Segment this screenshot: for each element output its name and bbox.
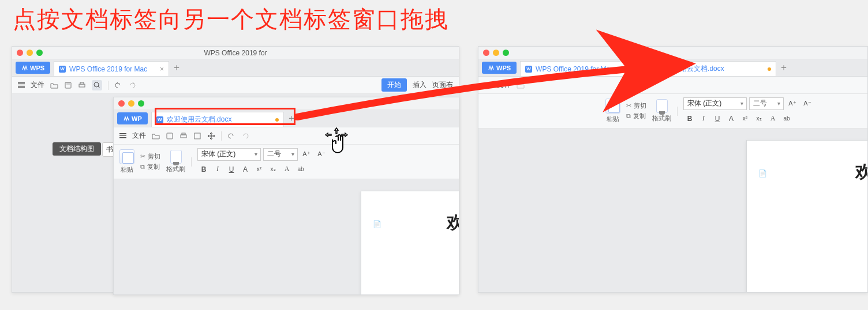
tab-document-drag[interactable]: W 欢迎使用云文档.docx [151,112,284,127]
dirty-indicator-icon [275,118,279,122]
cut-button[interactable]: 剪切 [140,152,160,161]
titlebar[interactable] [114,97,459,110]
format-brush-group[interactable]: 格式刷 [652,99,671,123]
wps-home-button[interactable]: WPS [16,62,50,74]
redo-icon[interactable] [128,81,136,89]
close-tab-icon[interactable]: × [160,65,164,73]
italic-button[interactable] [211,163,224,176]
font-dialog-button[interactable] [280,163,293,176]
titlebar[interactable] [478,47,867,59]
doc-icon: W [59,66,66,73]
preview-icon[interactable] [193,132,201,140]
document-area: 欢迎使 [114,179,459,294]
ribbon-tab-insert[interactable]: 插入 [413,80,426,90]
bold-button[interactable] [683,112,696,125]
tab-document-1[interactable]: W WPS Office 2019 for Mac × [54,61,169,76]
instruction-headline: 点按文档标签向另一个文档标签窗口拖拽 [13,3,449,35]
font-family-select[interactable]: 宋体 (正文) [683,97,747,110]
copy-button[interactable]: 复制 [626,112,646,120]
menu-file[interactable]: 文件 [31,80,44,90]
wps-label: WP [132,115,142,122]
superscript-button[interactable] [253,163,265,176]
underline-button[interactable] [711,112,724,125]
increase-font-icon[interactable] [786,97,799,110]
subscript-button[interactable] [753,112,765,125]
titlebar[interactable]: WPS Office 2019 for [12,47,459,59]
outline-pill[interactable]: 文档结构图 [53,142,101,156]
menu-icon[interactable] [484,82,491,88]
font-size-select[interactable]: 二号 [749,97,784,110]
brush-icon [656,99,668,113]
paste-icon [605,99,620,114]
strike-button[interactable] [239,163,252,176]
increase-font-icon[interactable] [300,148,313,161]
paste-label: 粘贴 [121,165,133,174]
fullscreen-icon [36,50,43,56]
open-icon[interactable] [517,81,525,89]
undo-icon[interactable] [227,132,235,140]
minimize-icon [128,100,134,107]
undo-icon[interactable] [114,81,122,89]
format-brush-group[interactable]: 格式刷 [166,150,185,173]
close-icon [17,50,23,56]
redo-icon[interactable] [241,132,249,140]
tab-bar: WPS W WPS Office 2019 for Mac × ＋ [12,59,459,77]
tab-bar: WPS W WPS Office 2019 for Mac W 欢迎使用云文档.… [478,59,867,77]
ribbon-tab-layout[interactable]: 页面布 [432,80,453,90]
menu-icon[interactable] [119,133,126,138]
svg-rect-3 [80,82,84,84]
svg-rect-7 [182,133,185,135]
subscript-button[interactable] [267,163,279,176]
tab-bar: WP W 欢迎使用云文档.docx ＋ [114,110,459,127]
pinyin-button[interactable] [294,163,307,176]
tab-label: 欢迎使用云文档.docx [659,64,762,74]
paste-icon [119,149,134,164]
wps-home-button[interactable]: WPS [482,62,517,74]
underline-button[interactable] [225,163,238,176]
preview-icon[interactable] [92,80,102,90]
move-icon[interactable] [207,132,215,140]
document-preview-text: 欢迎使 [447,211,459,235]
window-right-target: WPS W WPS Office 2019 for Mac W 欢迎使用云文档.… [478,46,868,293]
print-icon[interactable] [179,132,188,140]
cut-button[interactable]: 剪切 [626,101,646,110]
doc-icon: W [156,116,163,123]
save-icon[interactable] [64,81,72,89]
window-title: WPS Office 2019 for [17,49,454,57]
add-tab-button[interactable]: ＋ [776,59,791,76]
menu-file[interactable]: 文件 [497,80,511,90]
print-icon[interactable] [78,81,86,89]
decrease-font-icon[interactable] [315,148,328,161]
doc-icon: W [649,66,656,73]
add-tab-button[interactable]: ＋ [284,110,299,127]
highlight-button[interactable] [780,112,793,125]
open-icon[interactable] [50,81,58,89]
wps-home-button[interactable]: WP [117,112,148,124]
menu-icon[interactable] [18,82,25,88]
superscript-button[interactable] [739,112,751,125]
font-family-select[interactable]: 宋体 (正文) [197,148,261,161]
wps-label: WPS [496,65,511,71]
tab-document-1[interactable]: W WPS Office 2019 for Mac [520,61,641,76]
copy-button[interactable]: 复制 [140,162,160,171]
bold-button[interactable] [197,163,210,176]
tab-document-2[interactable]: W 欢迎使用云文档.docx [643,61,776,76]
strike-button[interactable] [725,112,738,125]
font-dialog-button[interactable] [766,112,779,125]
paste-group[interactable]: 粘贴 [119,149,134,174]
ribbon-tab-start[interactable]: 开始 [381,78,407,92]
minimize-icon [493,50,499,56]
menu-file[interactable]: 文件 [132,131,146,141]
doc-hint-icon [373,220,381,228]
tab-label: WPS Office 2019 for Mac [536,65,636,73]
tab-label: 欢迎使用云文档.docx [167,115,270,124]
add-tab-button[interactable]: ＋ [169,59,184,76]
font-size-select[interactable]: 二号 [263,148,298,161]
svg-rect-6 [181,135,186,138]
save-icon[interactable] [166,132,174,140]
italic-button[interactable] [697,112,710,125]
paste-group[interactable]: 粘贴 [605,99,620,123]
open-icon[interactable] [152,132,160,140]
scissors-icon [626,102,631,109]
decrease-font-icon[interactable] [801,97,814,110]
